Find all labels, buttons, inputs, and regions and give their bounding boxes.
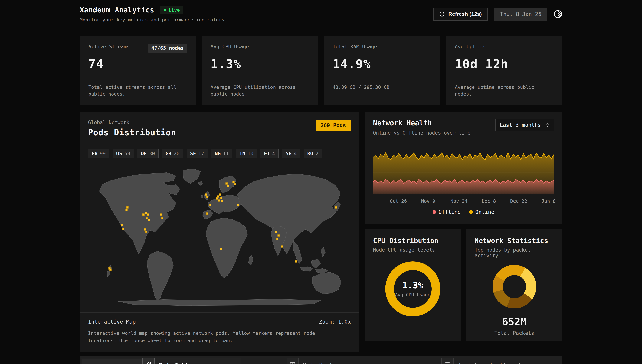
pod-marker[interactable] [126,206,129,208]
pod-marker[interactable] [281,246,283,248]
pod-marker[interactable] [209,204,211,206]
stat-description: Total active streams across all public n… [80,79,196,106]
tab-node-performance[interactable]: Node Performance [241,358,401,364]
pod-marker[interactable] [227,185,229,187]
pod-marker[interactable] [233,181,235,183]
pod-marker[interactable] [145,212,147,214]
total-packets-value: 652M [475,316,554,328]
chevrons-up-down-icon [545,123,550,128]
country-code: GB [165,151,171,156]
page-subtitle: Monitor your key metrics and performance… [80,17,225,22]
cpu-donut-chart[interactable]: 1.3% Avg CPU Usage [385,262,440,316]
country-badge-us[interactable]: US59 [113,149,134,158]
country-badges-row: FR99US59DE30GB20SE17NG11IN10FI4SG4RO2 [80,143,359,158]
pod-marker[interactable] [145,230,147,233]
pod-marker[interactable] [219,194,221,196]
country-badge-fi[interactable]: FI4 [260,149,279,158]
tab-pods-table[interactable]: Pods Table [81,358,241,364]
pod-marker[interactable] [206,213,208,215]
stat-label: Avg Uptime [455,44,484,50]
live-label: Live [168,7,180,13]
time-range-value: Last 3 months [500,122,541,128]
country-badge-ro[interactable]: RO2 [304,149,322,158]
pod-marker[interactable] [121,224,123,226]
pod-marker[interactable] [144,228,146,230]
tab-label: Node Performance [303,362,355,364]
pod-marker[interactable] [276,238,278,240]
time-range-select[interactable]: Last 3 months [495,119,554,131]
pod-marker[interactable] [147,214,149,216]
legend-label: Offline [439,209,461,215]
nodes-badge: 47/65 nodes [148,44,187,52]
cpu-card-title: CPU Distribution [373,237,452,244]
stat-label: Active Streams [88,44,130,50]
country-code: RO [307,151,313,156]
pod-marker[interactable] [206,196,208,198]
pod-marker[interactable] [275,231,277,233]
pod-marker[interactable] [295,260,297,262]
country-badge-in[interactable]: IN10 [236,149,257,158]
stat-card-total-ram: Total RAM Usage 14.9% 43.89 GB / 295.30 … [324,36,440,106]
tab-analytics-dashboard[interactable]: Analytics Dashboard [401,358,561,364]
pod-marker[interactable] [220,248,222,250]
pod-marker[interactable] [278,234,280,236]
pod-marker[interactable] [148,219,150,221]
pod-marker[interactable] [335,206,337,208]
country-code: SE [190,151,196,156]
pod-marker[interactable] [161,217,163,219]
world-map-svg [88,164,351,306]
country-count: 11 [223,151,229,156]
pod-marker[interactable] [237,204,239,206]
map-description: Interactive world map showing active net… [88,330,333,344]
pod-marker[interactable] [226,182,228,185]
pods-count-badge: 269 Pods [316,120,351,131]
pod-marker[interactable] [145,217,148,219]
stat-description: 43.89 GB / 295.30 GB [324,79,440,106]
pod-marker[interactable] [216,198,218,200]
network-health-title: Network Health [373,119,471,127]
refresh-icon [439,11,445,17]
country-badge-ng[interactable]: NG11 [211,149,233,158]
pod-marker[interactable] [205,194,207,196]
country-badge-fr[interactable]: FR99 [88,149,109,158]
refresh-button[interactable]: Refresh (12s) [433,8,488,20]
tab-label: Analytics Dashboard [458,362,520,364]
network-health-card: Network Health Online vs Offline nodes o… [365,112,562,224]
country-code: FR [92,151,97,156]
legend-swatch-icon [433,210,436,214]
stat-card-avg-cpu: Avg CPU Usage 1.3% Average CPU utilizati… [202,36,318,106]
pod-marker[interactable] [110,269,112,271]
country-code: IN [239,151,245,156]
header-left: Xandeum Analytics Live Monitor your key … [80,6,225,22]
x-axis-tick: Oct 26 [390,198,407,204]
stat-value: 74 [88,57,187,71]
pod-marker[interactable] [142,214,144,216]
pod-marker[interactable] [221,200,223,202]
network-health-chart[interactable] [365,141,562,194]
country-badge-sg[interactable]: SG4 [282,149,300,158]
pod-marker[interactable] [234,183,236,186]
map-title: Pods Distribution [88,128,176,137]
cpu-center-value: 1.3% [402,280,423,290]
pods-distribution-card: Global Network Pods Distribution 269 Pod… [80,112,359,352]
country-badge-se[interactable]: SE17 [187,149,208,158]
x-axis-tick: Dec 8 [482,198,496,204]
stats-row: Active Streams 47/65 nodes 74 Total acti… [80,36,562,106]
world-map[interactable] [88,164,351,306]
pod-marker[interactable] [122,228,124,230]
country-count: 20 [174,151,179,156]
zoom-level-label: Zoom: 1.0x [319,319,351,325]
country-badge-de[interactable]: DE30 [137,149,158,158]
map-head-left: Global Network Pods Distribution [88,120,176,137]
pod-marker[interactable] [218,199,220,202]
country-count: 4 [272,151,275,156]
pod-marker[interactable] [126,209,128,211]
pod-marker[interactable] [160,214,162,216]
country-badge-gb[interactable]: GB20 [162,149,183,158]
bar-chart-icon [442,358,454,364]
packets-donut-chart[interactable] [493,265,536,308]
x-axis-tick: Nov 9 [421,198,435,204]
pod-marker[interactable] [220,197,222,199]
tab-filter-input[interactable] [82,359,142,364]
theme-toggle-icon[interactable] [554,10,562,18]
